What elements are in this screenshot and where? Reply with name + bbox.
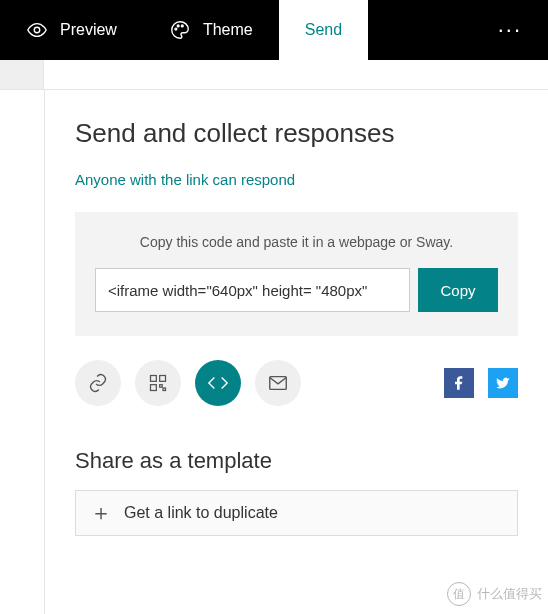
duplicate-link-label: Get a link to duplicate — [124, 504, 278, 522]
embed-code-input[interactable] — [95, 268, 410, 312]
sub-toolbar-handle — [0, 60, 44, 89]
link-icon — [87, 372, 109, 394]
embed-hint: Copy this code and paste it in a webpage… — [95, 234, 498, 250]
share-scope-link[interactable]: Anyone with the link can respond — [75, 171, 518, 188]
left-divider — [44, 90, 45, 614]
svg-rect-7 — [160, 385, 163, 388]
share-email-button[interactable] — [255, 360, 301, 406]
eye-icon — [26, 19, 48, 41]
watermark-badge: 值 — [447, 582, 471, 606]
tab-preview-label: Preview — [60, 21, 117, 39]
tab-preview[interactable]: Preview — [0, 0, 143, 60]
svg-rect-9 — [270, 377, 287, 390]
email-icon — [267, 372, 289, 394]
share-method-row — [75, 360, 518, 406]
page-title: Send and collect responses — [75, 118, 518, 149]
facebook-icon — [451, 375, 467, 391]
svg-point-3 — [181, 25, 183, 27]
share-facebook-button[interactable] — [444, 368, 474, 398]
sub-toolbar — [0, 60, 548, 90]
svg-rect-4 — [151, 376, 157, 382]
main-panel: Send and collect responses Anyone with t… — [45, 90, 548, 536]
embed-icon — [207, 372, 229, 394]
qr-icon — [148, 373, 168, 393]
embed-code-box: Copy this code and paste it in a webpage… — [75, 212, 518, 336]
svg-point-1 — [175, 28, 177, 30]
svg-rect-6 — [151, 385, 157, 391]
ellipsis-icon: ··· — [498, 17, 522, 43]
share-link-button[interactable] — [75, 360, 121, 406]
share-twitter-button[interactable] — [488, 368, 518, 398]
svg-point-0 — [34, 27, 40, 33]
watermark-text: 什么值得买 — [477, 585, 542, 603]
tab-theme[interactable]: Theme — [143, 0, 279, 60]
template-heading: Share as a template — [75, 448, 518, 474]
top-toolbar: Preview Theme Send ··· — [0, 0, 548, 60]
twitter-icon — [495, 375, 511, 391]
tab-theme-label: Theme — [203, 21, 253, 39]
watermark: 值 什么值得买 — [447, 580, 542, 608]
plus-icon: ＋ — [90, 498, 112, 528]
duplicate-link-button[interactable]: ＋ Get a link to duplicate — [75, 490, 518, 536]
tab-send-label: Send — [305, 21, 342, 39]
more-button[interactable]: ··· — [472, 0, 548, 60]
copy-button[interactable]: Copy — [418, 268, 498, 312]
share-qr-button[interactable] — [135, 360, 181, 406]
tab-send[interactable]: Send — [279, 0, 368, 60]
svg-rect-5 — [160, 376, 166, 382]
svg-point-2 — [177, 25, 179, 27]
palette-icon — [169, 19, 191, 41]
share-embed-button[interactable] — [195, 360, 241, 406]
svg-rect-8 — [163, 388, 166, 391]
